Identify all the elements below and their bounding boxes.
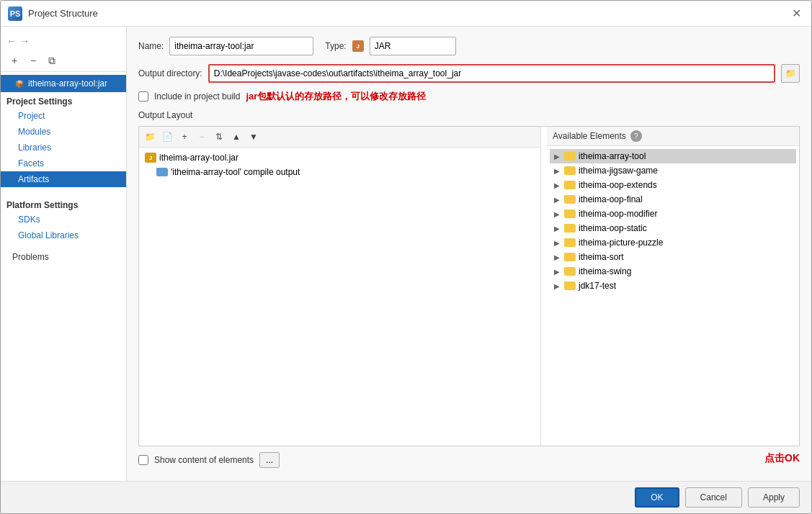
layout-up-btn[interactable]: ▲ bbox=[228, 129, 244, 145]
show-content-checkbox[interactable] bbox=[138, 455, 148, 465]
avail-label-6: itheima-picture-puzzle bbox=[579, 238, 663, 248]
tree-item-jar-label: itheima-array-tool.jar bbox=[159, 153, 238, 163]
bottom-row: Show content of elements ... 点击OK bbox=[138, 446, 800, 471]
tree-item-compile[interactable]: 'itheima-array-tool' compile output bbox=[142, 165, 537, 179]
sidebar-item-problems[interactable]: Problems bbox=[1, 249, 126, 265]
folder-icon-5 bbox=[564, 224, 576, 233]
tree-item-jar[interactable]: J itheima-array-tool.jar bbox=[142, 150, 537, 165]
layout-folder-btn[interactable]: 📁 bbox=[142, 129, 158, 145]
type-field-group: Type: J JAR ▼ bbox=[325, 37, 454, 55]
available-tree: ▶ itheima-array-tool ▶ itheima-jigsaw-ga… bbox=[547, 146, 799, 446]
browse-button[interactable]: 📁 bbox=[781, 64, 800, 83]
avail-label-4: itheima-oop-modifier bbox=[579, 209, 657, 219]
avail-label-2: itheima-oop-extends bbox=[579, 180, 657, 190]
nav-back-fwd: ← → bbox=[1, 32, 126, 50]
remove-artifact-button[interactable]: − bbox=[25, 53, 41, 68]
avail-item-4[interactable]: ▶ itheima-oop-modifier bbox=[550, 207, 796, 221]
avail-item-2[interactable]: ▶ itheima-oop-extends bbox=[550, 178, 796, 192]
folder-icon-0 bbox=[564, 152, 576, 161]
avail-item-1[interactable]: ▶ itheima-jigsaw-game bbox=[550, 163, 796, 178]
jar-type-icon: J bbox=[352, 40, 364, 52]
available-header: Available Elements ? bbox=[547, 127, 799, 146]
ok-button[interactable]: OK bbox=[635, 487, 679, 508]
chevron-icon-9: ▶ bbox=[554, 282, 561, 290]
avail-item-8[interactable]: ▶ itheima-swing bbox=[550, 264, 796, 279]
name-field-group: Name: bbox=[138, 37, 313, 55]
close-button[interactable]: ✕ bbox=[788, 6, 804, 22]
folder-icon-6 bbox=[564, 238, 576, 247]
project-structure-dialog: PS Project Structure ✕ ← → + − ⧉ 📦 ithei… bbox=[0, 0, 812, 514]
avail-item-3[interactable]: ▶ itheima-oop-final bbox=[550, 192, 796, 207]
cancel-button[interactable]: Cancel bbox=[685, 487, 742, 508]
folder-icon-1 bbox=[564, 166, 576, 175]
sidebar-item-facets[interactable]: Facets bbox=[1, 155, 126, 171]
type-label: Type: bbox=[325, 41, 346, 51]
back-button[interactable]: ← bbox=[6, 35, 17, 47]
type-dropdown[interactable]: JAR bbox=[370, 37, 456, 55]
folder-icon-9 bbox=[564, 281, 576, 290]
include-label: Include in project build bbox=[154, 91, 240, 102]
avail-item-6[interactable]: ▶ itheima-picture-puzzle bbox=[550, 235, 796, 250]
available-label: Available Elements bbox=[553, 131, 626, 141]
app-icon: PS bbox=[8, 6, 22, 21]
folder-icon-4 bbox=[564, 209, 576, 218]
sidebar-item-modules[interactable]: Modules bbox=[1, 124, 126, 140]
avail-item-7[interactable]: ▶ itheima-sort bbox=[550, 250, 796, 264]
title-bar-left: PS Project Structure bbox=[8, 6, 98, 21]
title-bar: PS Project Structure ✕ bbox=[1, 1, 811, 27]
include-checkbox[interactable] bbox=[138, 91, 148, 102]
sidebar-toolbar: + − ⧉ bbox=[1, 50, 126, 72]
chevron-icon-5: ▶ bbox=[554, 225, 561, 233]
name-label: Name: bbox=[138, 41, 164, 51]
chevron-icon-3: ▶ bbox=[554, 196, 561, 204]
output-dir-input[interactable] bbox=[208, 64, 775, 83]
layout-tree: J itheima-array-tool.jar 'itheima-array-… bbox=[139, 148, 540, 182]
dialog-body: ← → + − ⧉ 📦 itheima-array-tool:jar Proje… bbox=[1, 27, 811, 481]
folder-icon-8 bbox=[564, 267, 576, 276]
copy-artifact-button[interactable]: ⧉ bbox=[44, 53, 60, 68]
show-content-label: Show content of elements bbox=[154, 455, 254, 465]
window-title: Project Structure bbox=[28, 8, 98, 19]
output-layout-label: Output Layout bbox=[138, 110, 800, 120]
artifact-selected-item[interactable]: 📦 itheima-array-tool:jar bbox=[1, 75, 126, 92]
main-content: Name: Type: J JAR ▼ Output directory: bbox=[127, 27, 811, 481]
layout-sort-btn[interactable]: ⇅ bbox=[211, 129, 227, 145]
annotation-ok: 点击OK bbox=[764, 452, 800, 465]
output-dir-label: Output directory: bbox=[138, 68, 202, 78]
sidebar-item-artifacts[interactable]: Artifacts bbox=[1, 171, 126, 187]
folder-icon-2 bbox=[564, 181, 576, 189]
avail-label-9: jdk17-test bbox=[579, 281, 616, 291]
sidebar: ← → + − ⧉ 📦 itheima-array-tool:jar Proje… bbox=[1, 27, 127, 481]
sidebar-item-sdks[interactable]: SDKs bbox=[1, 212, 126, 227]
avail-label-7: itheima-sort bbox=[579, 252, 624, 262]
artifact-name: itheima-array-tool:jar bbox=[28, 78, 107, 89]
help-icon[interactable]: ? bbox=[630, 130, 642, 142]
avail-item-5[interactable]: ▶ itheima-oop-static bbox=[550, 221, 796, 235]
output-dir-row: Output directory: 📁 bbox=[138, 64, 800, 83]
avail-label-0: itheima-array-tool bbox=[579, 151, 646, 161]
chevron-icon-8: ▶ bbox=[554, 268, 561, 276]
sidebar-item-project[interactable]: Project bbox=[1, 108, 126, 124]
add-artifact-button[interactable]: + bbox=[6, 53, 22, 68]
layout-file-btn[interactable]: 📄 bbox=[159, 129, 175, 145]
sidebar-item-global-libraries[interactable]: Global Libraries bbox=[1, 227, 126, 243]
name-type-row: Name: Type: J JAR ▼ bbox=[138, 37, 800, 55]
avail-item-9[interactable]: ▶ jdk17-test bbox=[550, 279, 796, 293]
chevron-icon-7: ▶ bbox=[554, 253, 561, 261]
forward-button[interactable]: → bbox=[19, 35, 30, 47]
avail-label-3: itheima-oop-final bbox=[579, 194, 643, 204]
ellipsis-button[interactable]: ... bbox=[259, 452, 280, 468]
tree-item-compile-label: 'itheima-array-tool' compile output bbox=[171, 167, 300, 177]
avail-label-8: itheima-swing bbox=[579, 266, 631, 276]
layout-add-btn[interactable]: + bbox=[177, 129, 192, 145]
sidebar-item-libraries[interactable]: Libraries bbox=[1, 140, 126, 155]
avail-item-0[interactable]: ▶ itheima-array-tool bbox=[550, 149, 796, 163]
apply-button[interactable]: Apply bbox=[748, 487, 800, 508]
avail-label-5: itheima-oop-static bbox=[579, 223, 647, 233]
include-row: Include in project build jar包默认认的存放路径，可以… bbox=[138, 90, 800, 103]
jar-icon: J bbox=[145, 153, 156, 163]
layout-remove-btn[interactable]: − bbox=[194, 129, 210, 145]
name-input[interactable] bbox=[169, 37, 313, 55]
layout-down-btn[interactable]: ▼ bbox=[246, 129, 262, 145]
layout-area: 📁 📄 + − ⇅ ▲ ▼ J itheima-array-tool.jar bbox=[138, 126, 800, 446]
